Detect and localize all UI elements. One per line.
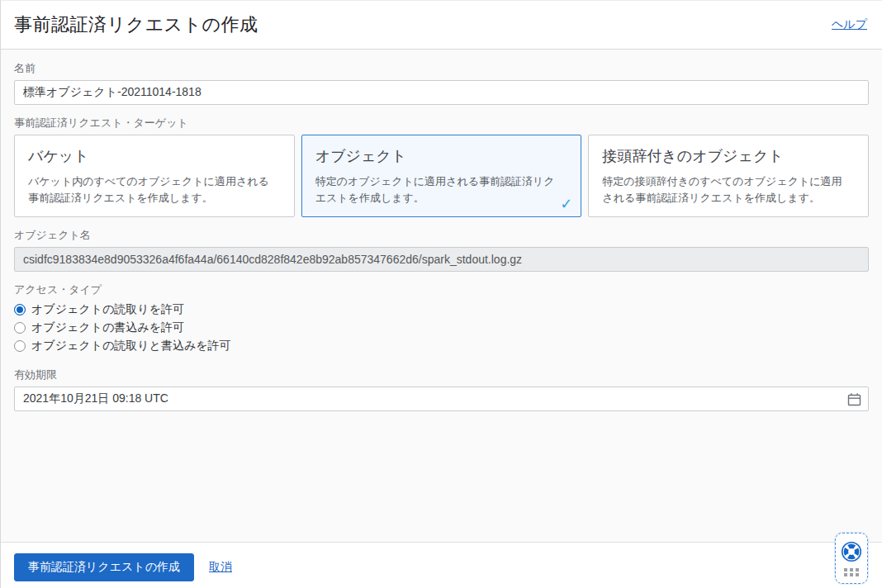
target-field-group: 事前認証済リクエスト・ターゲット バケット バケット内のすべてのオブジェクトに適…: [14, 116, 869, 217]
target-card-object[interactable]: オブジェクト 特定のオブジェクトに適用される事前認証済リクエストを作成します。 …: [301, 135, 582, 217]
selected-check-icon: ✓: [560, 197, 572, 211]
access-type-label: アクセス・タイプ: [14, 282, 869, 297]
expiration-label: 有効期限: [14, 368, 869, 382]
radio-icon[interactable]: [14, 304, 26, 315]
form-body: 名前 事前認証済リクエスト・ターゲット バケット バケット内のすべてのオブジェク…: [1, 50, 882, 542]
radio-allow-object-read-write[interactable]: オブジェクトの読取りと書込みを許可: [14, 337, 869, 355]
access-type-radio-group: オブジェクトの読取りを許可 オブジェクトの書込みを許可 オブジェクトの読取りと書…: [14, 301, 869, 355]
expiration-input-wrap: [14, 386, 869, 411]
card-description: 特定の接頭辞付きのすべてのオブジェクトに適用される事前認証済リクエストを作成しま…: [602, 173, 855, 206]
target-label: 事前認証済リクエスト・ターゲット: [14, 116, 869, 130]
name-field-group: 名前: [14, 61, 869, 105]
expiration-input[interactable]: [14, 386, 869, 411]
card-description: バケット内のすべてのオブジェクトに適用される事前認証済リクエストを作成します。: [28, 173, 281, 206]
object-name-input: [14, 247, 869, 272]
name-input[interactable]: [14, 80, 869, 105]
radio-label: オブジェクトの書込みを許可: [31, 320, 184, 335]
object-name-field-group: オブジェクト名: [14, 228, 869, 272]
radio-icon[interactable]: [14, 322, 26, 334]
radio-label: オブジェクトの読取りと書込みを許可: [31, 339, 231, 353]
dialog-footer: 事前認証済リクエストの作成 取消: [1, 542, 882, 588]
create-par-submit-button[interactable]: 事前認証済リクエストの作成: [14, 553, 194, 581]
object-name-label: オブジェクト名: [14, 228, 869, 243]
card-title: オブジェクト: [315, 146, 568, 166]
radio-allow-object-write[interactable]: オブジェクトの書込みを許可: [14, 319, 869, 337]
drag-handle-dots-icon[interactable]: [844, 568, 859, 576]
cancel-link[interactable]: 取消: [209, 560, 232, 575]
expiration-field-group: 有効期限: [14, 368, 869, 411]
target-card-row: バケット バケット内のすべてのオブジェクトに適用される事前認証済リクエストを作成…: [14, 135, 869, 217]
radio-label: オブジェクトの読取りを許可: [31, 302, 184, 317]
target-card-objects-with-prefix[interactable]: 接頭辞付きのオブジェクト 特定の接頭辞付きのすべてのオブジェクトに適用される事前…: [588, 135, 869, 217]
radio-allow-object-read[interactable]: オブジェクトの読取りを許可: [14, 301, 869, 319]
create-par-dialog: 事前認証済リクエストの作成 ヘルプ 名前 事前認証済リクエスト・ターゲット バケ…: [0, 0, 882, 588]
floating-help-widget[interactable]: [835, 533, 868, 584]
target-card-bucket[interactable]: バケット バケット内のすべてのオブジェクトに適用される事前認証済リクエストを作成…: [14, 135, 295, 217]
card-title: バケット: [28, 146, 281, 166]
help-link[interactable]: ヘルプ: [832, 17, 867, 32]
life-ring-icon: [840, 540, 863, 563]
dialog-header: 事前認証済リクエストの作成 ヘルプ: [1, 1, 882, 50]
radio-icon[interactable]: [14, 340, 26, 352]
page-title: 事前認証済リクエストの作成: [14, 12, 258, 37]
access-type-field-group: アクセス・タイプ オブジェクトの読取りを許可 オブジェクトの書込みを許可 オブジ…: [14, 282, 869, 355]
card-title: 接頭辞付きのオブジェクト: [602, 146, 855, 166]
name-label: 名前: [14, 61, 869, 76]
card-description: 特定のオブジェクトに適用される事前認証済リクエストを作成します。: [315, 173, 568, 206]
calendar-icon[interactable]: [846, 391, 861, 406]
